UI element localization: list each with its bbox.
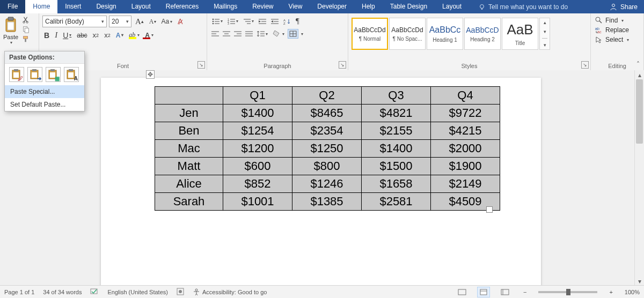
collapse-ribbon-button[interactable]: ˄ bbox=[636, 61, 640, 68]
styles-dialog-launcher[interactable]: ↘ bbox=[581, 61, 589, 69]
document-area[interactable]: ✥ Q1Q2Q3Q4Jen$1400$8465$4821$9722Ben$125… bbox=[0, 70, 635, 286]
borders-dropdown[interactable]: ▾ bbox=[301, 32, 303, 36]
table-row[interactable]: Sarah$1001$1385$2581$4509 bbox=[155, 193, 500, 211]
cell[interactable]: $2581 bbox=[362, 193, 431, 211]
font-name-combo[interactable]: Calibri (Body)▾ bbox=[42, 16, 107, 27]
scroll-up-button[interactable]: ▴ bbox=[635, 70, 644, 79]
tab-help[interactable]: Help bbox=[354, 0, 383, 13]
show-marks-button[interactable]: ¶ bbox=[294, 16, 301, 27]
table-move-handle[interactable]: ✥ bbox=[146, 70, 155, 79]
tab-file[interactable]: File bbox=[0, 0, 25, 13]
cell[interactable]: $1001 bbox=[223, 193, 292, 211]
status-language[interactable]: English (United States) bbox=[107, 289, 168, 295]
decrease-indent-button[interactable] bbox=[257, 17, 268, 26]
table-row[interactable]: Alice$852$1246$1658$2149 bbox=[155, 175, 500, 193]
style--no-spac-[interactable]: AaBbCcDd¶ No Spac... bbox=[389, 18, 426, 50]
shrink-font-button[interactable]: A▾ bbox=[148, 17, 158, 27]
cell[interactable]: $4215 bbox=[431, 122, 500, 140]
table-header-q2[interactable]: Q2 bbox=[292, 87, 362, 105]
justify-button[interactable] bbox=[244, 29, 254, 38]
table-header-q3[interactable]: Q3 bbox=[362, 87, 431, 105]
cell[interactable]: $1500 bbox=[362, 158, 431, 175]
table-row[interactable]: Ben$1254$2354$2155$4215 bbox=[155, 122, 500, 140]
tab-home[interactable]: Home bbox=[25, 0, 57, 13]
italic-button[interactable]: I bbox=[53, 29, 59, 41]
vertical-scrollbar[interactable]: ▴ ▾ bbox=[634, 70, 644, 286]
change-case-button[interactable]: Aa▾ bbox=[160, 17, 174, 26]
superscript-button[interactable]: x2 bbox=[103, 30, 112, 40]
paste-button[interactable]: Paste ▾ bbox=[3, 16, 18, 45]
paste-text-only-button[interactable]: A bbox=[64, 67, 79, 82]
tab-layout[interactable]: Layout bbox=[124, 0, 158, 13]
bullets-button[interactable]: ▾ bbox=[210, 17, 224, 26]
tab-references[interactable]: References bbox=[158, 0, 206, 13]
cut-icon[interactable] bbox=[21, 16, 30, 24]
tab-review[interactable]: Review bbox=[245, 0, 281, 13]
style-heading-2[interactable]: AaBbCcDHeading 2 bbox=[464, 18, 501, 50]
tab-developer[interactable]: Developer bbox=[310, 0, 354, 13]
cell[interactable]: $1254 bbox=[223, 122, 292, 140]
scroll-track[interactable] bbox=[635, 79, 644, 277]
zoom-slider-knob[interactable] bbox=[566, 289, 570, 295]
tab-insert[interactable]: Insert bbox=[57, 0, 89, 13]
subscript-button[interactable]: x2 bbox=[91, 30, 101, 40]
cell[interactable]: $1385 bbox=[292, 193, 362, 211]
cell[interactable]: $600 bbox=[223, 158, 292, 175]
scroll-down-button[interactable]: ▾ bbox=[635, 277, 644, 286]
align-left-button[interactable] bbox=[210, 29, 220, 38]
bold-button[interactable]: B bbox=[42, 30, 51, 41]
cell[interactable]: $1900 bbox=[431, 158, 500, 175]
web-layout-button[interactable] bbox=[499, 287, 511, 297]
cell[interactable]: $800 bbox=[292, 158, 362, 175]
cell[interactable]: $9722 bbox=[431, 105, 500, 122]
align-right-button[interactable] bbox=[233, 29, 243, 38]
data-table[interactable]: Q1Q2Q3Q4Jen$1400$8465$4821$9722Ben$1254$… bbox=[155, 86, 500, 211]
paragraph-dialog-launcher[interactable]: ↘ bbox=[339, 61, 346, 69]
focus-mode-button[interactable] bbox=[456, 287, 469, 297]
grow-font-button[interactable]: A▴ bbox=[134, 16, 145, 27]
tab-layout[interactable]: Layout bbox=[435, 0, 469, 13]
paste-special-menu-item[interactable]: Paste Special... bbox=[5, 85, 84, 98]
table-header-q4[interactable]: Q4 bbox=[431, 87, 500, 105]
strikethrough-button[interactable]: abc bbox=[75, 31, 89, 40]
print-layout-button[interactable] bbox=[477, 287, 490, 297]
font-color-button[interactable]: A▾ bbox=[143, 30, 155, 40]
table-row[interactable]: Jen$1400$8465$4821$9722 bbox=[155, 105, 500, 122]
highlight-button[interactable]: ab▾ bbox=[127, 30, 141, 40]
text-effects-button[interactable]: A▾ bbox=[114, 31, 126, 40]
zoom-out-button[interactable]: − bbox=[520, 289, 530, 295]
paste-keep-source-button[interactable]: 🖌 bbox=[9, 67, 24, 82]
share-button[interactable]: Share bbox=[610, 0, 638, 13]
tab-view[interactable]: View bbox=[281, 0, 310, 13]
cell[interactable]: $2354 bbox=[292, 122, 362, 140]
table-resize-handle[interactable] bbox=[486, 206, 493, 213]
zoom-in-button[interactable]: + bbox=[606, 289, 616, 295]
cell[interactable]: $8465 bbox=[292, 105, 362, 122]
font-size-combo[interactable]: 20▾ bbox=[109, 16, 131, 27]
find-button[interactable]: Find▾ bbox=[594, 16, 640, 25]
align-center-button[interactable] bbox=[222, 29, 231, 38]
table-header-q1[interactable]: Q1 bbox=[223, 87, 292, 105]
format-painter-icon[interactable] bbox=[21, 35, 30, 43]
numbering-button[interactable]: 123▾ bbox=[226, 17, 240, 26]
cell[interactable]: $1246 bbox=[292, 175, 362, 193]
style--normal[interactable]: AaBbCcDd¶ Normal bbox=[352, 18, 388, 50]
table-row[interactable]: Mac$1200$1250$1400$2000 bbox=[155, 140, 500, 158]
cell[interactable]: $2155 bbox=[362, 122, 431, 140]
styles-more-button[interactable]: ▴▾▾ bbox=[539, 18, 550, 50]
row-name[interactable]: Jen bbox=[155, 105, 223, 122]
cell[interactable]: $1400 bbox=[223, 105, 292, 122]
cell[interactable]: $1658 bbox=[362, 175, 431, 193]
row-name[interactable]: Sarah bbox=[155, 193, 223, 211]
clear-formatting-button[interactable]: A̷ bbox=[176, 16, 185, 27]
replace-button[interactable]: abac Replace bbox=[594, 25, 640, 35]
paste-merge-button[interactable]: ➜ bbox=[27, 67, 42, 82]
spellcheck-icon[interactable] bbox=[90, 288, 99, 296]
increase-indent-button[interactable] bbox=[269, 17, 280, 26]
underline-button[interactable]: U▾ bbox=[61, 30, 73, 41]
line-spacing-button[interactable]: ▾ bbox=[255, 29, 269, 38]
macro-record-icon[interactable] bbox=[177, 288, 184, 296]
tab-table-design[interactable]: Table Design bbox=[383, 0, 435, 13]
cell[interactable]: $1250 bbox=[292, 140, 362, 158]
tell-me-search[interactable]: Tell me what you want to do bbox=[479, 3, 568, 11]
